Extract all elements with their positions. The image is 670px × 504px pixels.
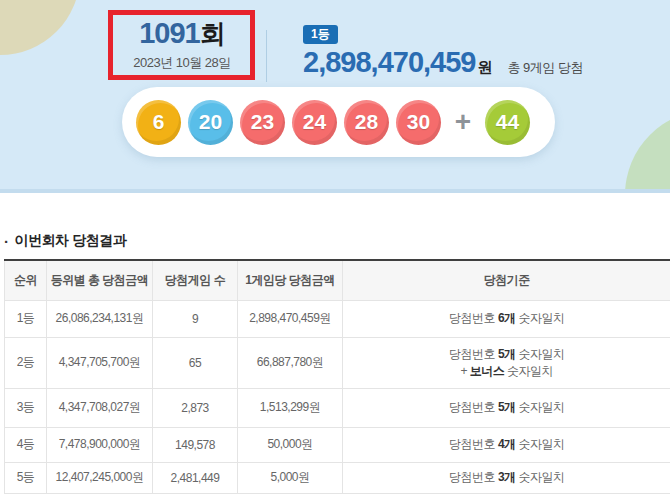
col-header-criteria: 당첨기준: [343, 260, 670, 300]
criteria-cell: 당첨번호 5개 숫자일치 + 보너스 숫자일치: [343, 337, 670, 388]
total-amount-cell: 12,407,245,000원: [47, 462, 153, 493]
table-row: 5등 12,407,245,000원 2,481,449 5,000원 당첨번호…: [5, 462, 670, 493]
col-header-per-game: 1게임당 당첨금액: [238, 260, 343, 300]
table-row: 3등 4,347,708,027원 2,873 1,513,299원 당첨번호 …: [5, 388, 670, 427]
per-game-amount-cell: 50,000원: [238, 427, 343, 462]
game-count-cell: 9: [153, 300, 238, 337]
bullet-icon: ·: [4, 233, 9, 250]
lotto-ball-6: 30: [396, 100, 441, 145]
criteria-cell: 당첨번호 6개 숫자일치: [343, 300, 670, 337]
game-count-cell: 2,481,449: [153, 462, 238, 493]
prize-currency: 원: [477, 58, 491, 77]
lotto-ball-2: 20: [188, 100, 233, 145]
section-title: · 이번회차 당첨결과: [4, 232, 670, 250]
game-count-cell: 149,578: [153, 427, 238, 462]
criteria-cell: 당첨번호 3개 숫자일치: [343, 462, 670, 493]
per-game-amount-cell: 66,887,780원: [238, 337, 343, 388]
results-section: · 이번회차 당첨결과 순위 등위별 총 당첨금액 당첨게임 수 1게임당 당첨…: [0, 193, 670, 494]
section-title-text: 이번회차 당첨결과: [15, 232, 126, 250]
lotto-result-page: 1091회 2023년 10월 28일 1등 2,898,470,459 원 총…: [0, 0, 670, 504]
lotto-ball-3: 23: [240, 100, 285, 145]
total-amount-cell: 4,347,708,027원: [47, 388, 153, 427]
rank-badge: 1등: [303, 25, 338, 44]
decor-circle-beige: [0, 0, 80, 55]
total-amount-cell: 4,347,705,700원: [47, 337, 153, 388]
rank-cell: 2등: [5, 337, 47, 388]
col-header-total: 등위별 총 당첨금액: [47, 260, 153, 300]
plus-icon: +: [448, 108, 478, 136]
draw-summary-hero: 1091회 2023년 10월 28일 1등 2,898,470,459 원 총…: [0, 0, 670, 193]
criteria-cell: 당첨번호 4개 숫자일치: [343, 427, 670, 462]
per-game-amount-cell: 5,000원: [238, 462, 343, 493]
vertical-divider: [266, 30, 267, 82]
total-amount-cell: 7,478,900,000원: [47, 427, 153, 462]
rank-cell: 3등: [5, 388, 47, 427]
prize-amount-row: 2,898,470,459 원 총 9게임 당첨: [303, 46, 583, 79]
rank-cell: 5등: [5, 462, 47, 493]
lotto-ball-4: 24: [292, 100, 337, 145]
lotto-ball-1: 6: [136, 100, 181, 145]
table-header-row: 순위 등위별 총 당첨금액 당첨게임 수 1게임당 당첨금액 당첨기준: [5, 260, 670, 300]
prize-note: 총 9게임 당첨: [507, 59, 582, 77]
results-table: 순위 등위별 총 당첨금액 당첨게임 수 1게임당 당첨금액 당첨기준 1등 2…: [4, 259, 670, 494]
bonus-ball: 44: [485, 100, 530, 145]
total-amount-cell: 26,086,234,131원: [47, 300, 153, 337]
annotation-red-box: [108, 10, 255, 80]
table-row: 1등 26,086,234,131원 9 2,898,470,459원 당첨번호…: [5, 300, 670, 337]
prize-amount: 2,898,470,459: [303, 46, 475, 79]
col-header-games: 당첨게임 수: [153, 260, 238, 300]
decor-circle-green: [625, 110, 670, 193]
col-header-rank: 순위: [5, 260, 47, 300]
game-count-cell: 2,873: [153, 388, 238, 427]
per-game-amount-cell: 1,513,299원: [238, 388, 343, 427]
first-prize-block: 1등 2,898,470,459 원 총 9게임 당첨: [303, 24, 583, 79]
rank-cell: 4등: [5, 427, 47, 462]
rank-cell: 1등: [5, 300, 47, 337]
per-game-amount-cell: 2,898,470,459원: [238, 300, 343, 337]
table-row: 4등 7,478,900,000원 149,578 50,000원 당첨번호 4…: [5, 427, 670, 462]
lotto-ball-5: 28: [344, 100, 389, 145]
table-row: 2등 4,347,705,700원 65 66,887,780원 당첨번호 5개…: [5, 337, 670, 388]
criteria-cell: 당첨번호 5개 숫자일치: [343, 388, 670, 427]
winning-numbers-pill: 6 20 23 24 28 30 + 44: [122, 87, 555, 157]
game-count-cell: 65: [153, 337, 238, 388]
